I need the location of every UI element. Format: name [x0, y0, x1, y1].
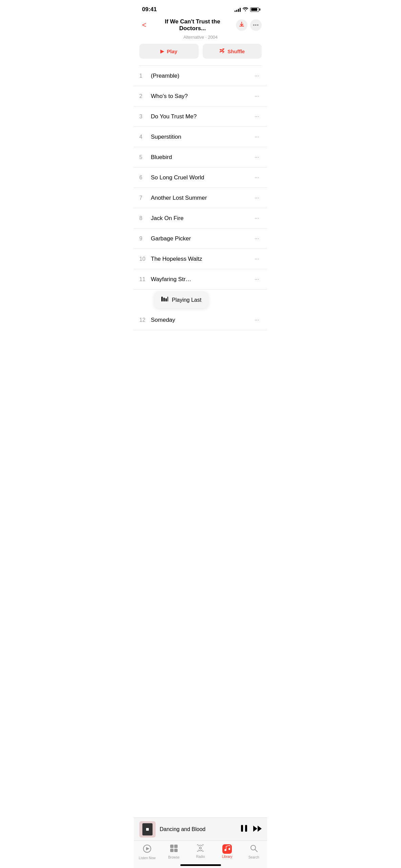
- page-title: If We Can't Trust the Doctors...: [152, 18, 233, 32]
- shuffle-icon: [219, 48, 225, 54]
- track-number: 6: [139, 175, 149, 181]
- track-title: Wayfaring Str…: [151, 276, 252, 283]
- track-title: Jack On Fire: [151, 215, 252, 222]
- track-more-button[interactable]: ···: [252, 111, 262, 122]
- track-title: Superstition: [151, 134, 252, 140]
- track-more-button[interactable]: ···: [252, 213, 262, 224]
- track-number: 4: [139, 134, 149, 140]
- play-button[interactable]: ▶ Play: [139, 44, 199, 59]
- svg-rect-3: [167, 297, 168, 301]
- back-button[interactable]: <: [139, 19, 149, 31]
- status-time: 09:41: [142, 6, 157, 13]
- download-icon: [239, 22, 244, 28]
- more-dots-icon: •••: [253, 22, 259, 28]
- list-item[interactable]: 12 Someday ···: [134, 310, 267, 330]
- svg-rect-1: [163, 298, 165, 301]
- track-number: 3: [139, 114, 149, 120]
- action-buttons: ▶ Play Shuffle: [134, 44, 267, 65]
- list-item[interactable]: 9 Garbage Picker ···: [134, 229, 267, 249]
- play-label: Play: [167, 48, 177, 54]
- track-title: Who's to Say?: [151, 93, 252, 100]
- playing-last-tooltip: Playing Last: [154, 292, 208, 308]
- track-more-button[interactable]: ···: [252, 152, 262, 163]
- track-number: 10: [139, 256, 149, 262]
- track-number: 1: [139, 73, 149, 79]
- track-number: 11: [139, 276, 149, 282]
- svg-rect-2: [165, 298, 167, 301]
- list-item[interactable]: 8 Jack On Fire ···: [134, 208, 267, 229]
- track-number: 7: [139, 195, 149, 201]
- track-more-button[interactable]: ···: [252, 233, 262, 244]
- list-item[interactable]: 2 Who's to Say? ···: [134, 86, 267, 106]
- album-subtitle: Alternative · 2004: [134, 35, 267, 44]
- track-title: (Preamble): [151, 73, 252, 79]
- track-more-button[interactable]: ···: [252, 172, 262, 183]
- nav-actions: •••: [236, 19, 262, 31]
- list-item[interactable]: 6 So Long Cruel World ···: [134, 167, 267, 188]
- track-number: 8: [139, 215, 149, 221]
- list-item[interactable]: 5 Bluebird ···: [134, 147, 267, 167]
- track-list: 1 (Preamble) ··· 2 Who's to Say? ··· 3 D…: [134, 66, 267, 384]
- nav-header: < If We Can't Trust the Doctors... •••: [134, 17, 267, 35]
- download-button[interactable]: [236, 19, 247, 31]
- track-title: Garbage Picker: [151, 235, 252, 242]
- playing-last-icon: [161, 296, 168, 303]
- list-item[interactable]: 3 Do You Trust Me? ···: [134, 106, 267, 127]
- list-item[interactable]: 1 (Preamble) ···: [134, 66, 267, 86]
- track-number: 9: [139, 236, 149, 242]
- track-title: Someday: [151, 317, 252, 323]
- track-more-button[interactable]: ···: [252, 314, 262, 326]
- shuffle-label: Shuffle: [227, 48, 245, 54]
- track-more-button[interactable]: ···: [252, 131, 262, 143]
- more-options-button[interactable]: •••: [250, 19, 262, 31]
- svg-rect-0: [161, 297, 163, 301]
- track-number: 12: [139, 317, 149, 323]
- status-icons: [235, 7, 259, 12]
- track-more-button[interactable]: ···: [252, 91, 262, 102]
- track-title: Another Lost Summer: [151, 195, 252, 201]
- track-title: Bluebird: [151, 154, 252, 161]
- track-number: 5: [139, 154, 149, 160]
- track-more-button[interactable]: ···: [252, 274, 262, 285]
- play-icon: ▶: [160, 48, 164, 54]
- track-more-button[interactable]: ···: [252, 70, 262, 82]
- track-title: Do You Trust Me?: [151, 113, 252, 120]
- shuffle-button[interactable]: Shuffle: [203, 44, 262, 59]
- track-more-button[interactable]: ···: [252, 192, 262, 204]
- track-title: The Hopeless Waltz: [151, 256, 252, 262]
- battery-icon: [250, 7, 259, 12]
- list-item[interactable]: 11 Wayfaring Str… ··· Playing Last: [134, 269, 267, 290]
- status-bar: 09:41: [134, 0, 267, 17]
- wifi-icon: [243, 7, 248, 12]
- track-title: So Long Cruel World: [151, 174, 252, 181]
- list-item[interactable]: 10 The Hopeless Waltz ···: [134, 249, 267, 269]
- list-item[interactable]: 4 Superstition ···: [134, 127, 267, 147]
- track-number: 2: [139, 93, 149, 99]
- track-more-button[interactable]: ···: [252, 253, 262, 265]
- list-item[interactable]: 7 Another Lost Summer ···: [134, 188, 267, 208]
- signal-bars-icon: [235, 7, 241, 12]
- playing-last-label: Playing Last: [172, 297, 201, 303]
